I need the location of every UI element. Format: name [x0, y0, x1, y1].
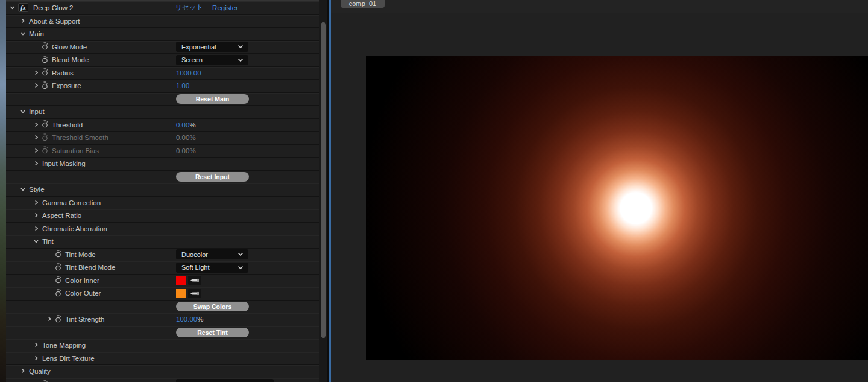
- register-link[interactable]: Register: [212, 4, 238, 11]
- color-outer-swatch[interactable]: [176, 289, 186, 298]
- stopwatch-icon[interactable]: [42, 56, 48, 65]
- param-label: Main: [29, 30, 44, 37]
- param-label: Tint: [42, 238, 54, 245]
- radius-value[interactable]: 1000.00: [176, 69, 201, 77]
- chevron-right-icon[interactable]: [34, 160, 39, 167]
- tint-mode-dropdown[interactable]: Duocolor: [176, 249, 248, 259]
- group-row-gamma-correction: Gamma Correction: [6, 197, 319, 210]
- group-row-input-masking: Input Masking: [6, 158, 319, 171]
- reset-main-button-row: Reset Main: [6, 93, 319, 106]
- param-label: Gamma Correction: [42, 199, 101, 206]
- param-row-threshold-smooth: Threshold Smooth0.00%: [6, 132, 319, 145]
- stopwatch-icon[interactable]: [55, 250, 61, 259]
- threshold-value[interactable]: 0.00: [176, 121, 189, 129]
- chevron-down-icon[interactable]: [20, 108, 25, 115]
- glow-mode-dropdown[interactable]: Exponential: [176, 42, 248, 52]
- stopwatch-icon[interactable]: [55, 315, 61, 324]
- group-row-style: Style: [6, 183, 319, 197]
- value-suffix: %: [189, 147, 195, 154]
- value-suffix: %: [189, 121, 195, 129]
- chevron-down-icon[interactable]: [34, 238, 39, 245]
- param-label: Tint Blend Mode: [65, 264, 115, 271]
- tab-comp-01[interactable]: comp_01: [341, 0, 385, 8]
- param-label: Threshold Smooth: [52, 134, 108, 141]
- param-row-blend-mode: Blend ModeScreen: [6, 54, 319, 67]
- scrollbar-thumb[interactable]: [321, 22, 326, 338]
- stopwatch-icon[interactable]: [55, 276, 61, 285]
- chevron-right-icon[interactable]: [20, 18, 25, 25]
- param-label: Aspect Ratio: [42, 212, 81, 219]
- group-row-chromatic-aberration: Chromatic Aberration: [6, 223, 319, 236]
- stopwatch-icon[interactable]: [42, 120, 48, 129]
- scrollbar-track[interactable]: [319, 0, 327, 382]
- chevron-right-icon[interactable]: [34, 342, 39, 349]
- tint-strength-value[interactable]: 100.00: [176, 316, 197, 323]
- chevron-right-icon[interactable]: [34, 134, 39, 141]
- stopwatch-icon[interactable]: [42, 68, 48, 77]
- stopwatch-icon[interactable]: [55, 263, 61, 272]
- chevron-right-icon[interactable]: [47, 316, 52, 323]
- chevron-down-icon[interactable]: [20, 30, 25, 37]
- threshold-smooth-value[interactable]: 0.00: [176, 134, 189, 141]
- stopwatch-icon[interactable]: [42, 146, 48, 155]
- value-suffix: %: [197, 316, 203, 323]
- param-label: Color Outer: [65, 290, 101, 297]
- param-label: Lens Dirt Texture: [42, 355, 95, 362]
- param-label: Glow Mode: [52, 43, 87, 51]
- value-suffix: %: [189, 134, 195, 141]
- param-label: Blend Mode: [52, 56, 89, 63]
- reset-input-button-row: Reset Input: [6, 171, 319, 184]
- reset-main-button[interactable]: Reset Main: [176, 94, 249, 104]
- reset-tint-button-row: Reset Tint: [6, 326, 319, 340]
- param-label: Input: [29, 108, 45, 115]
- param-label: Quality: [29, 368, 51, 375]
- chevron-right-icon[interactable]: [34, 212, 39, 219]
- chevron-down-icon[interactable]: [10, 4, 15, 11]
- group-row-tint: Tint: [6, 235, 319, 249]
- stopwatch-icon[interactable]: [55, 289, 61, 298]
- color-inner-swatch[interactable]: [176, 276, 186, 285]
- param-row-color-outer: Color Outer: [6, 287, 319, 301]
- chevron-down-icon[interactable]: [20, 186, 25, 193]
- param-label: Style: [29, 186, 45, 193]
- group-row-main: Main: [6, 28, 319, 41]
- reset-link[interactable]: リセット: [175, 3, 203, 12]
- row-dropdown[interactable]: [176, 379, 274, 382]
- saturation-bias-value[interactable]: 0.00: [176, 147, 189, 154]
- param-label: Radius: [52, 69, 74, 77]
- param-row-tint-blend-mode: Tint Blend ModeSoft Light: [6, 261, 319, 275]
- param-row-glow-mode: Glow ModeExponential: [6, 41, 319, 54]
- swap-colors-button[interactable]: Swap Colors: [176, 302, 249, 311]
- stopwatch-icon[interactable]: [42, 133, 48, 142]
- group-row-input: Input: [6, 106, 319, 119]
- param-row-tint-mode: Tint ModeDuocolor: [6, 249, 319, 262]
- chevron-right-icon[interactable]: [34, 199, 39, 206]
- group-row-quality: Quality: [6, 365, 319, 378]
- chevron-right-icon[interactable]: [20, 368, 25, 375]
- reset-input-button[interactable]: Reset Input: [176, 172, 249, 182]
- stopwatch-icon[interactable]: [42, 81, 48, 91]
- param-label: Saturation Bias: [52, 147, 99, 154]
- app-window: fx Deep Glow 2 リセット Register About & Sup…: [0, 0, 868, 382]
- chevron-right-icon[interactable]: [34, 225, 39, 232]
- reset-tint-button[interactable]: Reset Tint: [176, 328, 249, 337]
- group-row-aspect-ratio: Aspect Ratio: [6, 209, 319, 223]
- chevron-right-icon[interactable]: [34, 355, 39, 362]
- stopwatch-icon[interactable]: [42, 42, 48, 51]
- blend-mode-dropdown[interactable]: Screen: [176, 55, 248, 65]
- swap-colors-button-row: Swap Colors: [6, 301, 319, 314]
- desktop-background-sliver: [0, 0, 6, 382]
- eyedropper-icon[interactable]: [188, 276, 201, 285]
- eyedropper-icon[interactable]: [188, 289, 201, 298]
- exposure-value[interactable]: 1.00: [176, 82, 189, 89]
- chevron-right-icon[interactable]: [34, 69, 39, 77]
- param-label: Tint Mode: [65, 251, 96, 258]
- composition-viewer-panel: comp_01: [331, 0, 868, 382]
- stopwatch-icon[interactable]: [42, 380, 48, 382]
- chevron-right-icon[interactable]: [34, 121, 39, 129]
- tint-blend-mode-dropdown[interactable]: Soft Light: [176, 263, 248, 273]
- chevron-right-icon[interactable]: [34, 147, 39, 154]
- chevron-right-icon[interactable]: [34, 82, 39, 89]
- effect-header-row: fx Deep Glow 2 リセット Register: [6, 1, 319, 15]
- effect-controls-panel: fx Deep Glow 2 リセット Register About & Sup…: [6, 0, 319, 382]
